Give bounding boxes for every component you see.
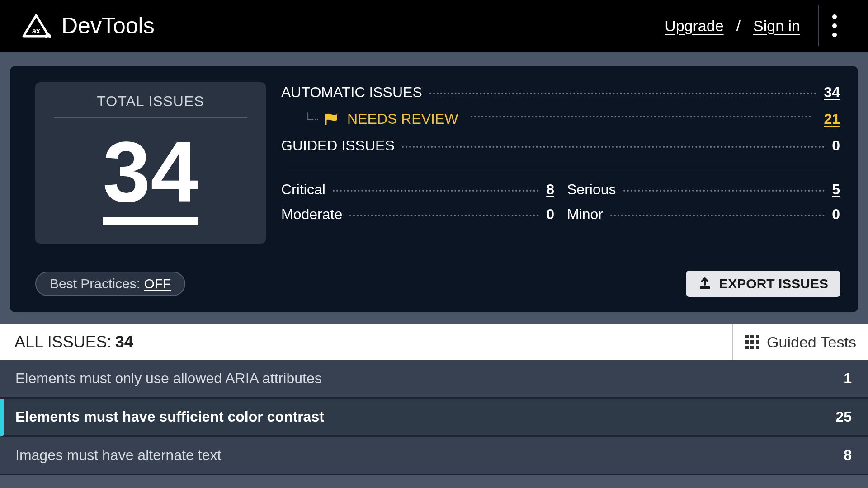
needs-review-label: NEEDS REVIEW [347, 111, 458, 127]
guided-tests-tab[interactable]: Guided Tests [732, 324, 868, 360]
all-issues-prefix: ALL ISSUES: [14, 333, 112, 352]
issue-row[interactable]: Elements must have sufficient color cont… [0, 399, 868, 437]
severity-col-right: Serious 5 Minor 0 [567, 181, 840, 223]
all-issues-count: 34 [115, 333, 133, 352]
needs-review-value: 21 [824, 111, 840, 127]
dotted-leader [623, 190, 825, 192]
export-issues-button[interactable]: EXPORT ISSUES [686, 271, 840, 297]
best-practices-state: OFF [144, 276, 171, 291]
guided-issues-label: GUIDED ISSUES [281, 137, 395, 154]
automatic-issues-value: 34 [824, 84, 840, 101]
total-issues-value[interactable]: 34 [103, 129, 198, 225]
export-issues-label: EXPORT ISSUES [719, 276, 828, 291]
issue-row[interactable]: Elements must only use allowed ARIA attr… [0, 360, 868, 399]
issue-count: 8 [844, 447, 852, 464]
severity-critical-label: Critical [281, 181, 326, 198]
panel-footer: Best Practices: OFF EXPORT ISSUES [35, 271, 840, 297]
severity-critical-row[interactable]: Critical 8 [281, 181, 554, 198]
severity-moderate-label: Moderate [281, 206, 342, 223]
severity-minor-row[interactable]: Minor 0 [567, 206, 840, 223]
dotted-leader [610, 215, 825, 216]
header-bar: ax DevTools Upgrade / Sign in [0, 0, 868, 54]
link-separator: / [736, 17, 741, 35]
severity-minor-label: Minor [567, 206, 603, 223]
severity-serious-value: 5 [832, 181, 840, 198]
severity-minor-value: 0 [832, 206, 840, 223]
signin-link[interactable]: Sign in [753, 17, 800, 35]
best-practices-label: Best Practices: [50, 276, 144, 291]
upgrade-link[interactable]: Upgrade [665, 17, 723, 35]
total-issues-card: TOTAL ISSUES 34 [35, 82, 266, 244]
guided-tests-label: Guided Tests [767, 333, 856, 351]
automatic-issues-row[interactable]: AUTOMATIC ISSUES 34 [281, 84, 840, 101]
dotted-leader [349, 215, 539, 216]
flag-icon [325, 113, 339, 126]
dotted-leader [429, 93, 817, 94]
severity-divider [281, 169, 840, 169]
app-title: DevTools [61, 13, 155, 39]
severity-serious-row[interactable]: Serious 5 [567, 181, 840, 198]
dotted-leader [471, 116, 811, 117]
header-links: Upgrade / Sign in [665, 17, 800, 35]
best-practices-toggle[interactable]: Best Practices: OFF [35, 272, 185, 296]
severity-moderate-row[interactable]: Moderate 0 [281, 206, 554, 223]
issues-list: Elements must only use allowed ARIA attr… [0, 360, 868, 475]
dotted-leader [402, 146, 825, 148]
dotted-leader [333, 190, 539, 192]
guided-issues-value: 0 [832, 137, 840, 154]
summary-panel: TOTAL ISSUES 34 AUTOMATIC ISSUES 34 └···… [10, 66, 858, 312]
issue-title: Elements must have sufficient color cont… [15, 408, 324, 425]
issue-title: Elements must only use allowed ARIA attr… [15, 370, 322, 387]
header-right: Upgrade / Sign in [665, 5, 850, 46]
severity-serious-label: Serious [567, 181, 616, 198]
upload-icon [698, 277, 712, 290]
grid-icon [745, 335, 760, 349]
needs-review-row[interactable]: └··· NEEDS REVIEW 21 [281, 111, 840, 127]
issue-title: Images must have alternate text [15, 447, 221, 464]
severity-col-left: Critical 8 Moderate 0 [281, 181, 554, 223]
brand: ax DevTools [22, 13, 155, 39]
issue-count: 25 [835, 408, 852, 425]
summary-grid: TOTAL ISSUES 34 AUTOMATIC ISSUES 34 └···… [35, 82, 840, 244]
severity-grid: Critical 8 Moderate 0 Serious 5 [281, 181, 840, 223]
all-issues-tab[interactable]: ALL ISSUES: 34 [0, 324, 732, 360]
axe-logo-icon: ax [22, 14, 51, 38]
automatic-issues-label: AUTOMATIC ISSUES [281, 84, 422, 101]
issue-row[interactable]: Images must have alternate text8 [0, 437, 868, 475]
issue-count: 1 [844, 370, 852, 387]
severity-moderate-value: 0 [546, 206, 554, 223]
total-issues-label: TOTAL ISSUES [54, 93, 247, 118]
all-issues-bar: ALL ISSUES: 34 Guided Tests [0, 324, 868, 360]
severity-critical-value: 8 [546, 181, 554, 198]
stats-column: AUTOMATIC ISSUES 34 └··· NEEDS REVIEW 21… [281, 82, 840, 244]
guided-issues-row[interactable]: GUIDED ISSUES 0 [281, 137, 840, 154]
svg-text:ax: ax [32, 27, 40, 35]
tree-branch-icon: └··· [304, 112, 318, 126]
kebab-menu-icon[interactable] [818, 5, 850, 46]
svg-rect-3 [700, 286, 710, 289]
